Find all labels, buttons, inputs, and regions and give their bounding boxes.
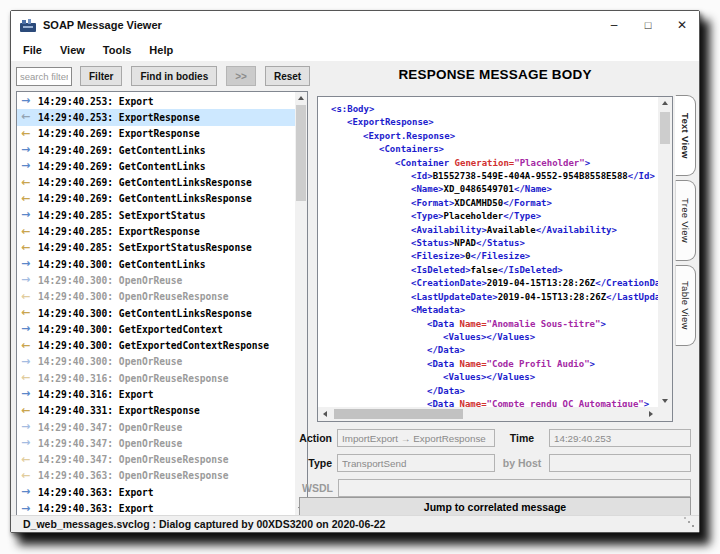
xml-token-tag: <Availability> — [411, 225, 487, 235]
xml-line: <Type>Placeholder</Type> — [331, 210, 658, 223]
find-in-bodies-button[interactable]: Find in bodies — [131, 66, 217, 86]
tab-text-view[interactable]: Text View — [675, 95, 696, 176]
time-label: Time — [495, 432, 549, 444]
menu-item-view[interactable]: View — [51, 39, 94, 61]
xml-line: <CreationDate>2019-04-15T13:28:26Z</Crea… — [331, 277, 658, 290]
action-field[interactable] — [337, 429, 495, 447]
xml-token-tag: </Name> — [514, 184, 552, 194]
message-label: 14:29:40.269: GetContentLinks — [38, 161, 206, 172]
wsdl-field[interactable] — [338, 479, 691, 497]
close-button[interactable]: ✕ — [665, 11, 699, 39]
message-list-item[interactable]: ←14:29:40.331: ExportResponse — [17, 403, 295, 419]
xml-token-tag: <Values></Values> — [443, 372, 535, 382]
message-list-item[interactable]: ←14:29:40.269: GetContentLinksResponse — [17, 191, 295, 207]
xml-token-tag: <ExportResponse> — [347, 117, 434, 127]
message-list-item[interactable]: ←14:29:40.285: SetExportStatusResponse — [17, 240, 295, 256]
message-label: 14:29:40.363: OpenOrReuseResponse — [38, 470, 229, 481]
scroll-up-icon[interactable] — [295, 92, 307, 104]
xml-token-tag: <Status> — [411, 238, 454, 248]
message-list-item[interactable]: →14:29:40.300: OpenOrReuse — [17, 354, 295, 370]
menu-item-tools[interactable]: Tools — [94, 39, 141, 61]
scroll-up-icon[interactable] — [658, 97, 672, 109]
xml-token-attr: Name= — [460, 359, 487, 369]
scroll-right-icon[interactable] — [644, 408, 658, 420]
scroll-left-icon[interactable] — [318, 408, 332, 420]
xml-token-tag: </Filesize> — [471, 251, 531, 261]
request-arrow-icon: → — [21, 275, 38, 285]
filter-button[interactable]: Filter — [80, 66, 122, 86]
xml-line: <Id>B1552738-549E-404A-9552-954B8558E588… — [331, 170, 658, 183]
message-list-item[interactable]: ←14:29:40.269: ExportResponse — [17, 126, 295, 142]
menu-item-help[interactable]: Help — [140, 39, 182, 61]
message-list-item[interactable]: ←14:29:40.363: OpenOrReuseResponse — [17, 468, 295, 484]
xml-token-tag: <LastUpdateDate> — [411, 292, 498, 302]
message-label: 14:29:40.300: OpenOrReuse — [38, 356, 182, 367]
status-text: D_web_messages.svclog : Dialog captured … — [23, 518, 385, 530]
message-list-item[interactable]: →14:29:40.285: SetExportStatus — [17, 207, 295, 223]
xml-token-tag: </Data> — [427, 345, 465, 355]
type-field[interactable] — [337, 454, 495, 472]
message-list-item[interactable]: ←14:29:40.253: ExportResponse — [17, 109, 295, 125]
xml-token-tag: </CreationDate> — [595, 278, 658, 288]
type-label: Type — [299, 457, 332, 469]
request-arrow-icon: → — [21, 324, 38, 334]
xml-line: <Availability>Available</Availability> — [331, 224, 658, 237]
xml-horizontal-scrollbar[interactable] — [318, 407, 658, 421]
menu-bar: FileViewToolsHelp — [11, 39, 699, 61]
maximize-button[interactable]: □ — [631, 11, 665, 39]
message-list-item[interactable]: ←14:29:40.300: OpenOrReuseResponse — [17, 289, 295, 305]
message-list-item[interactable]: ←14:29:40.285: ExportResponse — [17, 223, 295, 239]
request-arrow-icon: → — [21, 487, 38, 497]
message-list-item[interactable]: →14:29:40.269: GetContentLinks — [17, 142, 295, 158]
menu-item-file[interactable]: File — [14, 39, 51, 61]
xml-token-tag: </Type> — [503, 211, 541, 221]
xml-token-txt: false — [471, 265, 498, 275]
scrollbar-thumb[interactable] — [660, 112, 670, 144]
by-host-field[interactable] — [549, 454, 691, 472]
tab-tree-view[interactable]: Tree View — [675, 180, 696, 261]
message-list-item[interactable]: →14:29:40.363: Export — [17, 500, 295, 516]
message-list-item[interactable]: →14:29:40.253: Export — [17, 93, 295, 109]
xml-token-tag: > — [590, 359, 595, 369]
response-arrow-icon: ← — [21, 341, 38, 351]
resize-grip-icon[interactable] — [688, 521, 690, 523]
message-list-item[interactable]: ←14:29:40.269: GetContentLinksResponse — [17, 174, 295, 190]
message-list-item[interactable]: →14:29:40.363: Export — [17, 484, 295, 500]
xml-line: <Values></Values> — [331, 371, 658, 384]
xml-token-txt: B1552738-549E-404A-9552-954B8558E588 — [433, 171, 628, 181]
message-list-item[interactable]: ←14:29:40.347: OpenOrReuseResponse — [17, 452, 295, 468]
scrollbar-corner — [658, 407, 672, 421]
message-list-item[interactable]: ←14:29:40.316: OpenOrReuseResponse — [17, 370, 295, 386]
close-icon: ✕ — [677, 18, 687, 32]
minimize-button[interactable]: – — [597, 11, 631, 39]
message-list-item[interactable]: →14:29:40.300: OpenOrReuse — [17, 272, 295, 288]
time-field[interactable] — [549, 429, 691, 447]
xml-line: <Data Name="Compte rendu QC Automatique"… — [331, 398, 658, 407]
message-list-item[interactable]: →14:29:40.269: GetContentLinks — [17, 158, 295, 174]
message-list-item[interactable]: →14:29:40.347: OpenOrReuse — [17, 435, 295, 451]
message-list-item[interactable]: ←14:29:40.300: GetContentLinksResponse — [17, 305, 295, 321]
message-list-item[interactable]: ←14:29:40.300: GetExportedContextRespons… — [17, 337, 295, 353]
message-label: 14:29:40.316: Export — [38, 389, 154, 400]
response-body-panel[interactable]: <s:Body><ExportResponse><Export.Response… — [317, 96, 673, 422]
message-list-item[interactable]: →14:29:40.316: Export — [17, 386, 295, 402]
scroll-down-icon[interactable] — [658, 395, 672, 407]
scrollbar-thumb[interactable] — [334, 409, 463, 419]
jump-to-correlated-message-button[interactable]: Jump to correlated message — [299, 497, 691, 516]
message-label: 14:29:40.253: ExportResponse — [38, 112, 200, 123]
reset-button[interactable]: Reset — [265, 66, 310, 86]
search-input[interactable] — [16, 67, 72, 86]
app-icon — [20, 19, 36, 32]
details-row: Type by Host — [299, 454, 691, 472]
xml-vertical-scrollbar[interactable] — [658, 97, 672, 407]
message-list-item[interactable]: →14:29:40.347: OpenOrReuse — [17, 419, 295, 435]
request-arrow-icon: → — [21, 145, 38, 155]
message-list-item[interactable]: →14:29:40.300: GetExportedContext — [17, 321, 295, 337]
tab-table-view[interactable]: Table View — [675, 265, 696, 346]
message-list-item[interactable]: →14:29:40.300: GetContentLinks — [17, 256, 295, 272]
scrollbar-thumb[interactable] — [296, 105, 306, 201]
response-arrow-icon: ← — [21, 455, 38, 465]
xml-token-tag: </Data> — [427, 386, 465, 396]
message-label: 14:29:40.300: GetContentLinksResponse — [38, 308, 252, 319]
xml-token-tag: <Type> — [411, 211, 444, 221]
